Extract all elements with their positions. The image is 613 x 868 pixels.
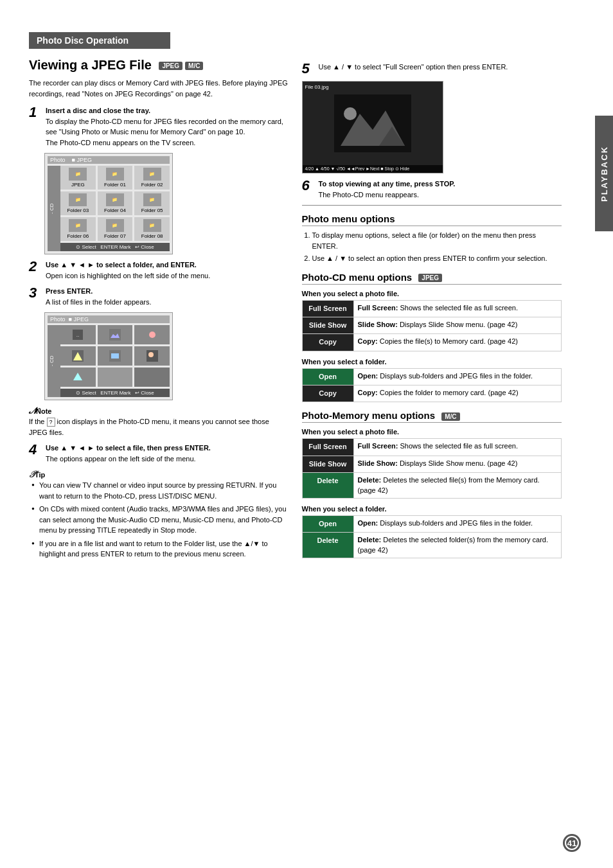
step-2: 2 Use ▲ ▼ ◄ ► to select a folder, and EN…	[29, 260, 289, 281]
cd-open-desc: Open: Displays sub-folders and JPEG file…	[353, 368, 562, 385]
cd-fullscreen-desc: Full Screen: Shows the selected file as …	[353, 300, 562, 317]
left-column: Viewing a JPEG File JPEG M/C The recorde…	[29, 58, 289, 565]
mc-badge: M/C	[185, 62, 203, 70]
cd-slideshow-row: Slide Show Slide Show: Displays Slide Sh…	[302, 317, 562, 333]
main-content: Photo Disc Operation Viewing a JPEG File…	[29, 32, 584, 565]
intro-text: The recorder can play discs or Memory Ca…	[29, 78, 289, 99]
cd-open-label: Open	[302, 368, 353, 385]
fullscreen-view-image: File 03.jpg 4/20 ▲ 4/50 ▼ √/50 ◄◄Prev ►N…	[302, 81, 443, 173]
cd-folder-options-table: Open Open: Displays sub-folders and JPEG…	[302, 368, 562, 403]
step-4: 4 Use ▲ ▼ ◄ ► to select a file, then pre…	[29, 443, 289, 464]
mem-delete-folder-row: Delete Delete: Deletes the selected fold…	[302, 533, 562, 558]
mem-folder-options-table: Open Open: Displays sub-folders and JPEG…	[302, 515, 562, 558]
badges: JPEG M/C	[159, 62, 203, 70]
photo-menu-steps: To display menu options, select a file (…	[312, 230, 562, 264]
mem-open-desc: Open: Displays sub-folders and JPEG file…	[353, 516, 562, 533]
cd-copy-label: Copy	[302, 334, 353, 351]
mem-fullscreen-label: Full Screen	[302, 439, 353, 456]
fullscreen-bar: 4/20 ▲ 4/50 ▼ √/50 ◄◄Prev ►Next ■ Stop ⊙…	[303, 165, 443, 173]
photo-preview-svg	[334, 94, 411, 152]
cd-when-photo: When you select a photo file.	[302, 290, 562, 297]
photo-menu-step-1: To display menu options, select a file (…	[312, 230, 562, 251]
cd-fullscreen-row: Full Screen Full Screen: Shows the selec…	[302, 300, 562, 317]
svg-rect-2	[109, 329, 121, 341]
section-header: Photo Disc Operation	[29, 32, 562, 58]
svg-point-17	[344, 107, 357, 120]
svg-point-5	[149, 332, 155, 338]
mem-when-folder: When you select a folder.	[302, 505, 562, 513]
tip-box: 𝒯Tip You can view TV channel or video in…	[29, 469, 289, 560]
svg-rect-9	[111, 353, 119, 359]
mem-fullscreen-desc: Full Screen: Shows the selected file as …	[353, 439, 562, 456]
mem-delete-folder-desc: Delete: Deletes the selected folder(s) f…	[353, 533, 562, 558]
photo-mem-mc-badge: M/C	[441, 412, 459, 421]
mem-fullscreen-row: Full Screen Full Screen: Shows the selec…	[302, 439, 562, 456]
cd-copy-folder-label: Copy	[302, 385, 353, 402]
page-title: Viewing a JPEG File JPEG M/C	[29, 58, 289, 73]
page: PLAYBACK Photo Disc Operation Viewing a …	[0, 0, 613, 868]
cd-slideshow-label: Slide Show	[302, 317, 353, 333]
svg-point-11	[148, 352, 154, 357]
note-box: 𝒩Note If the ? icon displays in the Phot…	[29, 405, 289, 438]
mem-when-photo: When you select a photo file.	[302, 428, 562, 436]
step-6: 6 To stop viewing at any time, press STO…	[302, 179, 562, 200]
step-5: 5 Use ▲ / ▼ to select "Full Screen" opti…	[302, 62, 562, 76]
step-1: 1 Insert a disc and close the tray. To d…	[29, 105, 289, 148]
photo-menu-step-2: Use ▲ / ▼ to select an option then press…	[312, 253, 562, 264]
mem-delete-folder-label: Delete	[302, 533, 353, 558]
mem-delete-desc: Delete: Deletes the selected file(s) fro…	[353, 473, 562, 499]
tip-item: On CDs with mixed content (Audio tracks,…	[31, 504, 289, 536]
photo-cd-options-title: Photo-CD menu options JPEG	[302, 272, 562, 285]
tip-list: You can view TV channel or video input s…	[29, 480, 289, 560]
cd-copy-folder-desc: Copy: Copies the folder to memory card. …	[353, 385, 562, 402]
cd-when-folder: When you select a folder.	[302, 358, 562, 366]
page-number: 41	[563, 834, 581, 852]
svg-text:..: ..	[76, 332, 79, 338]
cd-photo-options-table: Full Screen Full Screen: Shows the selec…	[302, 300, 562, 351]
cd-copy-desc: Copy: Copies the file(s) to Memory card.…	[353, 334, 562, 351]
mem-open-row: Open Open: Displays sub-folders and JPEG…	[302, 516, 562, 533]
mem-delete-label: Delete	[302, 473, 353, 499]
jpeg-badge: JPEG	[159, 62, 182, 70]
cd-slideshow-desc: Slide Show: Displays Slide Show menu. (p…	[353, 317, 562, 333]
photo-cd-menu-image: Photo ■ JPEG - CD 📁 JPEG 📁	[44, 153, 173, 254]
two-column-layout: Viewing a JPEG File JPEG M/C The recorde…	[29, 58, 562, 565]
mem-open-label: Open	[302, 516, 353, 533]
cd-copy-folder-row: Copy Copy: Copies the folder to memory c…	[302, 385, 562, 402]
photo-cd-jpeg-badge: JPEG	[418, 274, 442, 282]
file-list-image: Photo ■ JPEG - CD ..	[44, 312, 173, 400]
tip-item: You can view TV channel or video input s…	[31, 480, 289, 501]
photo-mem-options-title: Photo-Memory menu options M/C	[302, 410, 562, 423]
step-3: 3 Press ENTER. A list of files in the fo…	[29, 286, 289, 307]
mem-delete-row: Delete Delete: Deletes the selected file…	[302, 473, 562, 499]
cd-open-row: Open Open: Displays sub-folders and JPEG…	[302, 368, 562, 385]
cd-fullscreen-label: Full Screen	[302, 300, 353, 317]
photo-menu-options-title: Photo menu options	[302, 213, 562, 226]
mem-slideshow-desc: Slide Show: Displays Slide Show menu. (p…	[353, 456, 562, 472]
side-tab: PLAYBACK	[595, 116, 613, 231]
mem-slideshow-label: Slide Show	[302, 456, 353, 472]
mem-slideshow-row: Slide Show Slide Show: Displays Slide Sh…	[302, 456, 562, 472]
right-column: 5 Use ▲ / ▼ to select "Full Screen" opti…	[302, 58, 562, 565]
tip-item: If you are in a file list and want to re…	[31, 538, 289, 560]
cd-copy-row: Copy Copy: Copies the file(s) to Memory …	[302, 334, 562, 351]
mem-photo-options-table: Full Screen Full Screen: Shows the selec…	[302, 438, 562, 499]
